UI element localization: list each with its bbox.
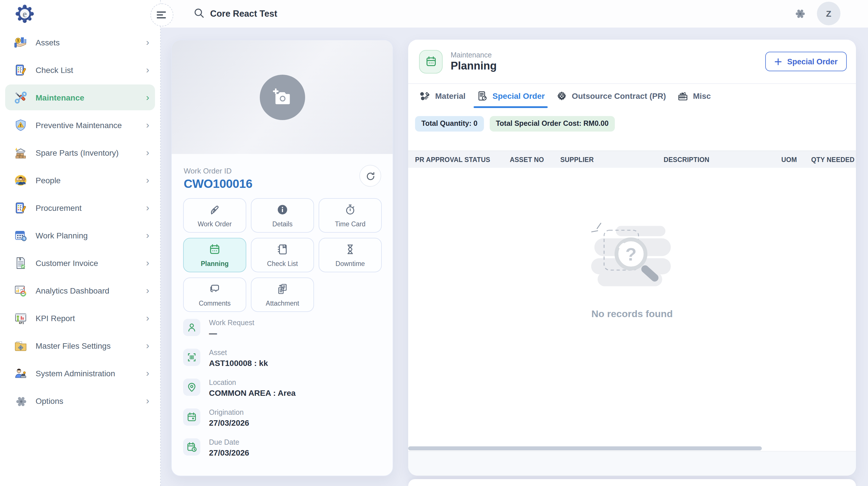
- scrollbar-thumb[interactable]: [408, 446, 762, 450]
- sidebar-item-system-administration[interactable]: System Administration ›: [5, 360, 155, 386]
- horizontal-scrollbar[interactable]: [408, 446, 856, 450]
- calendar-clock-icon: [183, 438, 200, 456]
- chevron-right-icon: ›: [146, 148, 149, 158]
- tab-planning[interactable]: Planning: [183, 238, 246, 272]
- assets-icon: $: [14, 35, 28, 49]
- add-photo-button[interactable]: [259, 75, 305, 120]
- outsource-gear-icon: [556, 90, 568, 102]
- chevron-right-icon: ›: [146, 396, 149, 406]
- tab-label: Misc: [693, 91, 711, 101]
- column-header: PR APPROVAL STATUS: [415, 156, 510, 163]
- chevron-right-icon: ›: [146, 368, 149, 378]
- global-search[interactable]: Core React Test: [193, 0, 277, 28]
- chevron-right-icon: ›: [146, 230, 149, 240]
- sidebar-nav: $ Assets ›: [0, 29, 160, 413]
- no-records-illustration: ?: [589, 220, 675, 297]
- tab-label: Special Order: [493, 91, 545, 101]
- empty-state-text: No records found: [591, 309, 673, 320]
- pen-icon: [208, 203, 221, 218]
- sidebar-item-kpi-report[interactable]: KPI KPI Report ›: [5, 305, 155, 331]
- app-logo-icon[interactable]: e: [13, 2, 36, 25]
- svg-text:$: $: [19, 257, 21, 260]
- stopwatch-icon: [344, 203, 356, 218]
- settings-gear-icon[interactable]: [794, 7, 807, 20]
- sidebar-toggle-button[interactable]: [150, 3, 174, 26]
- avatar-initial: Z: [826, 9, 831, 19]
- sidebar-item-assets[interactable]: $ Assets ›: [5, 29, 155, 55]
- attachment-icon: [276, 283, 289, 297]
- tile-label: Planning: [200, 260, 228, 267]
- tab-outsource-contract[interactable]: Outsource Contract (PR): [553, 84, 669, 108]
- sidebar-item-master-files-settings[interactable]: Master Files Settings ›: [5, 333, 155, 359]
- breadcrumb: Maintenance: [451, 51, 497, 59]
- sidebar-item-work-planning[interactable]: Work Planning ›: [5, 222, 155, 248]
- planning-calendar-icon: [419, 50, 443, 73]
- sidebar-item-label: Options: [36, 396, 63, 405]
- tab-attachment[interactable]: Attachment: [251, 278, 314, 312]
- sidebar-item-analytics-dashboard[interactable]: Analytics Dashboard ›: [5, 278, 155, 303]
- map-pin-icon: [183, 378, 200, 396]
- sidebar-item-label: Analytics Dashboard: [36, 286, 110, 295]
- sidebar-item-spare-parts[interactable]: Spare Parts (Inventory) ›: [5, 140, 155, 166]
- sidebar-item-procurement[interactable]: Procurement ›: [5, 195, 155, 221]
- kpi-report-icon: KPI: [14, 311, 28, 325]
- sidebar-item-preventive-maintenance[interactable]: Preventive Maintenance ›: [5, 112, 155, 138]
- svg-text:KPI: KPI: [19, 321, 24, 324]
- person-icon: [183, 319, 200, 336]
- sidebar-item-label: Procurement: [36, 203, 82, 212]
- tab-special-order[interactable]: Special Order: [474, 84, 548, 108]
- planning-tabs: Material Special Order: [408, 84, 856, 108]
- chevron-right-icon: ›: [146, 120, 149, 130]
- next-panel-edge: [408, 479, 856, 486]
- hourglass-icon: [344, 243, 356, 258]
- sidebar-item-label: Spare Parts (Inventory): [36, 148, 119, 157]
- detail-row-work-request: Work Request —: [183, 319, 381, 344]
- page-title: Planning: [451, 59, 497, 72]
- detail-label: Due Date: [209, 438, 249, 446]
- detail-value: COMMON AREA : Area: [209, 388, 296, 398]
- work-order-id-value: CWO100016: [184, 177, 252, 191]
- check-list-icon: [14, 63, 28, 77]
- sidebar-item-label: KPI Report: [36, 313, 75, 322]
- customer-invoice-icon: $: [14, 256, 28, 270]
- column-header: DESCRIPTION: [663, 156, 781, 163]
- planning-panel: Maintenance Planning Special Order: [408, 40, 856, 476]
- notebook-icon: [276, 243, 289, 258]
- detail-row-location: Location COMMON AREA : Area: [183, 378, 381, 404]
- work-planning-icon: [14, 228, 28, 242]
- detail-row-origination: Origination 27/03/2026: [183, 408, 381, 434]
- tab-check-list[interactable]: Check List: [251, 238, 314, 272]
- tab-comments[interactable]: Comments: [183, 278, 246, 312]
- tile-label: Comments: [198, 300, 230, 307]
- detail-value: 27/03/2026: [209, 418, 249, 427]
- sidebar-item-options[interactable]: Options ›: [5, 388, 155, 413]
- tab-downtime[interactable]: Downtime: [319, 238, 382, 272]
- sidebar-item-people[interactable]: People ›: [5, 167, 155, 193]
- tab-details[interactable]: Details: [251, 198, 314, 233]
- total-cost-badge: Total Special Order Cost: RM0.00: [489, 116, 615, 132]
- svg-text:e: e: [22, 9, 27, 19]
- chevron-right-icon: ›: [146, 313, 149, 323]
- sidebar-item-check-list[interactable]: Check List ›: [5, 57, 155, 83]
- sidebar-item-maintenance[interactable]: Maintenance ›: [5, 84, 155, 110]
- sidebar-item-customer-invoice[interactable]: $ Customer Invoice ›: [5, 250, 155, 276]
- tab-time-card[interactable]: Time Card: [319, 198, 382, 233]
- tile-label: Details: [272, 221, 292, 228]
- total-quantity-badge: Total Quantity: 0: [415, 116, 484, 132]
- calendar-icon: [208, 243, 221, 258]
- tab-misc[interactable]: Misc: [674, 84, 714, 108]
- analytics-dashboard-icon: [14, 284, 28, 297]
- work-order-nav-grid: Work Order Details Time Card: [183, 198, 382, 312]
- column-header: ASSET NO: [510, 156, 560, 163]
- refresh-button[interactable]: [360, 165, 381, 187]
- search-icon: [193, 7, 205, 20]
- work-order-id-label: Work Order ID: [184, 167, 231, 175]
- options-gear-icon: [14, 394, 28, 407]
- tab-work-order[interactable]: Work Order: [183, 198, 246, 233]
- sidebar-item-label: People: [36, 175, 61, 185]
- tile-label: Attachment: [266, 300, 299, 307]
- add-special-order-button[interactable]: Special Order: [765, 52, 847, 71]
- tab-material[interactable]: Material: [416, 84, 468, 108]
- user-avatar[interactable]: Z: [817, 2, 840, 25]
- material-icon: [419, 90, 431, 102]
